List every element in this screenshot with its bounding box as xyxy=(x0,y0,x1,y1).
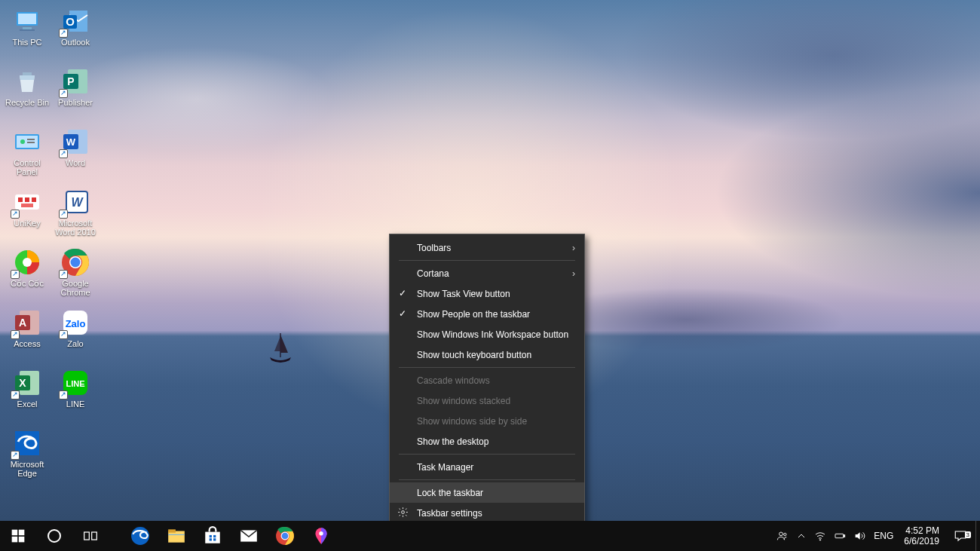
desktop-icon-label: Word xyxy=(66,158,85,167)
svg-text:P: P xyxy=(67,75,74,87)
svg-text:W: W xyxy=(66,136,76,148)
ctx-stacked: Show windows stacked xyxy=(390,390,584,411)
gear-icon xyxy=(397,507,409,520)
ctx-cortana[interactable]: Cortana › xyxy=(390,263,584,283)
taskbar-app-chrome[interactable] xyxy=(267,521,303,551)
desktop-icon-word[interactable]: WWord xyxy=(51,124,100,184)
svg-rect-57 xyxy=(213,538,216,540)
taskbar-app-mail[interactable] xyxy=(231,521,267,551)
desktop-icon-excel[interactable]: XExcel xyxy=(3,365,51,425)
clock-time: 4:52 PM xyxy=(904,525,939,536)
svg-rect-55 xyxy=(213,535,216,537)
publisher-icon: P xyxy=(60,66,90,96)
svg-rect-66 xyxy=(835,534,844,537)
outlook-icon: O xyxy=(60,6,90,36)
clock[interactable]: 4:52 PM 6/6/2019 xyxy=(898,525,945,546)
desktop-icon-edge[interactable]: Microsoft Edge xyxy=(3,425,51,485)
desktop-icon-word2010[interactable]: WMicrosoft Word 2010 xyxy=(51,184,100,244)
svg-rect-12 xyxy=(25,197,29,202)
submenu-arrow-icon: › xyxy=(572,243,575,253)
desktop-icon-outlook[interactable]: OOutlook xyxy=(51,3,100,63)
ctx-label: Lock the taskbar xyxy=(417,488,483,498)
svg-rect-2 xyxy=(23,27,32,29)
task-view-button[interactable] xyxy=(72,521,109,551)
svg-rect-56 xyxy=(210,538,212,540)
volume-icon[interactable] xyxy=(850,521,869,551)
ctx-lock-taskbar[interactable]: Lock the taskbar xyxy=(390,482,584,503)
start-button[interactable] xyxy=(0,521,36,551)
svg-rect-67 xyxy=(844,535,845,537)
desktop[interactable]: This PCRecycle BinControl PanelUniKeyCốc… xyxy=(0,0,980,551)
desktop-icon-control-panel[interactable]: Control Panel xyxy=(3,124,51,184)
ctx-show-touch[interactable]: Show touch keyboard button xyxy=(390,344,584,365)
ctx-show-wink[interactable]: Show Windows Ink Workspace button xyxy=(390,324,584,344)
desktop-icon-label: UniKey xyxy=(14,219,40,228)
ctx-separator xyxy=(399,454,575,455)
svg-rect-51 xyxy=(168,529,176,532)
desktop-icon-label: Cốc Cốc xyxy=(11,279,44,288)
desktop-icon-label: Microsoft Word 2010 xyxy=(52,219,99,237)
desktop-icon-unikey[interactable]: UniKey xyxy=(3,184,51,244)
shortcut-overlay-icon xyxy=(11,330,20,339)
svg-rect-44 xyxy=(19,530,25,536)
desktop-icon-publisher[interactable]: PPublisher xyxy=(51,63,100,124)
submenu-arrow-icon: › xyxy=(572,268,575,279)
cortana-button[interactable] xyxy=(36,521,72,551)
svg-rect-1 xyxy=(18,14,36,24)
desktop-icon-this-pc[interactable]: This PC xyxy=(3,3,51,63)
check-icon: ✓ xyxy=(399,308,406,319)
people-icon[interactable] xyxy=(773,521,792,551)
shortcut-overlay-icon xyxy=(59,29,68,38)
desktop-icon-label: Recycle Bin xyxy=(5,98,49,107)
desktop-icon-coccoc[interactable]: Cốc Cốc xyxy=(3,244,51,305)
taskbar-app-store[interactable] xyxy=(194,521,231,551)
svg-rect-46 xyxy=(19,537,25,543)
battery-icon[interactable] xyxy=(830,521,850,551)
taskbar[interactable]: ENG 4:52 PM 6/6/2019 3 xyxy=(0,521,980,551)
ctx-toolbars[interactable]: Toolbars › xyxy=(390,237,584,258)
language-indicator[interactable]: ENG xyxy=(869,531,898,541)
desktop-icon-recycle-bin[interactable]: Recycle Bin xyxy=(3,63,51,124)
ctx-task-manager[interactable]: Task Manager xyxy=(390,457,584,477)
desktop-icon-label: Microsoft Edge xyxy=(4,460,51,478)
svg-point-42 xyxy=(402,511,405,514)
ctx-label: Show windows stacked xyxy=(417,396,510,406)
control-panel-icon xyxy=(12,127,42,157)
shortcut-overlay-icon xyxy=(11,210,20,219)
clock-date: 6/6/2019 xyxy=(904,536,939,546)
svg-rect-48 xyxy=(92,532,97,540)
ctx-show-desktop[interactable]: Show the desktop xyxy=(390,431,584,452)
wifi-icon[interactable] xyxy=(810,521,830,551)
desktop-icon-access[interactable]: AAccess xyxy=(3,305,51,365)
taskbar-app-file-explorer[interactable] xyxy=(158,521,194,551)
desktop-icons: This PCRecycle BinControl PanelUniKeyCốc… xyxy=(3,3,100,485)
ctx-cascade: Cascade windows xyxy=(390,370,584,390)
svg-text:W: W xyxy=(71,196,84,209)
access-icon: A xyxy=(12,308,42,338)
cortana-circle-icon xyxy=(47,529,61,543)
ctx-separator xyxy=(399,479,575,480)
svg-point-64 xyxy=(784,533,786,535)
show-desktop-button[interactable] xyxy=(975,521,980,551)
shortcut-overlay-icon xyxy=(59,89,68,98)
tray-chevron-up-icon[interactable] xyxy=(792,521,810,551)
svg-text:O: O xyxy=(66,15,75,28)
svg-text:A: A xyxy=(19,317,26,329)
check-icon: ✓ xyxy=(399,288,406,298)
notification-badge: 3 xyxy=(965,531,971,538)
this-pc-icon xyxy=(12,6,42,36)
desktop-icon-google-chrome[interactable]: Google Chrome xyxy=(51,244,100,305)
svg-text:X: X xyxy=(19,377,26,389)
ctx-side-by-side: Show windows side by side xyxy=(390,411,584,431)
svg-point-7 xyxy=(20,139,25,144)
desktop-icon-line[interactable]: LINELINE xyxy=(51,365,100,425)
taskbar-context-menu: Toolbars › Cortana › ✓ Show Task View bu… xyxy=(389,234,585,527)
ctx-show-people[interactable]: ✓ Show People on the taskbar xyxy=(390,304,584,324)
ctx-show-task-view[interactable]: ✓ Show Task View button xyxy=(390,283,584,304)
action-center-button[interactable]: 3 xyxy=(945,529,975,543)
desktop-icon-zalo[interactable]: ZaloZalo xyxy=(51,305,100,365)
taskbar-app-maps[interactable] xyxy=(303,521,339,551)
ctx-taskbar-settings[interactable]: Taskbar settings xyxy=(390,503,584,523)
svg-rect-11 xyxy=(18,197,23,202)
taskbar-app-edge[interactable] xyxy=(122,521,158,551)
